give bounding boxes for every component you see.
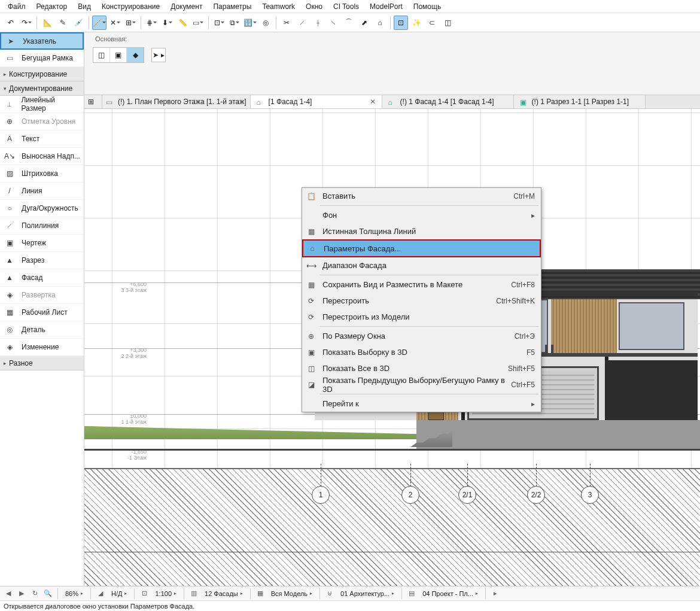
view-tab[interactable]: ⌂[1 Фасад 1-4]✕ <box>251 95 382 108</box>
zoom-value[interactable]: 86% <box>63 590 86 597</box>
scale-icon: ⊡ <box>139 589 149 598</box>
coord-button[interactable]: ⊞ <box>123 16 138 30</box>
model-value[interactable]: Вся Модель <box>269 590 315 597</box>
nav-fwd-icon[interactable]: ▶ <box>17 589 26 598</box>
tool-drawing[interactable]: ▣Чертеж <box>0 235 84 252</box>
close-icon[interactable]: ✕ <box>370 98 376 106</box>
ctx-rebuild-m[interactable]: ⟳Перестроить из Модели <box>302 309 541 325</box>
stack-button[interactable]: ◫ <box>440 16 455 30</box>
measure-button[interactable]: 📐 <box>40 16 54 30</box>
ruler-button[interactable]: 📏 <box>175 16 190 30</box>
tool-label[interactable]: A↘Выносная Надп... <box>0 148 84 165</box>
menu-view[interactable]: Вид <box>72 1 96 13</box>
tool-poly[interactable]: ⟋Полилиния <box>0 217 84 235</box>
more-right-icon[interactable]: ▸ <box>491 589 500 598</box>
layer-value[interactable]: 01 Архитектур... <box>338 590 397 597</box>
angle-value[interactable]: Н/Д <box>109 590 129 597</box>
fillet-button[interactable]: ⌒ <box>342 16 356 30</box>
cloud-button[interactable]: ⊂ <box>425 16 439 30</box>
tool-line[interactable]: /Линия <box>0 183 84 200</box>
geom-btn-2[interactable]: ▣ <box>110 48 127 62</box>
view-value[interactable]: 12 Фасады <box>202 590 245 597</box>
tool-dim[interactable]: ⟂Линейный Размер <box>0 96 84 113</box>
gravity-button[interactable]: ⬇ <box>160 16 174 30</box>
home-button[interactable]: ⌂ <box>373 16 387 30</box>
menu-design[interactable]: Конструирование <box>96 1 165 13</box>
ctx-range[interactable]: ⟷Диапазон Фасада <box>302 257 541 273</box>
view-tab[interactable]: ▣(!) 1 Разрез 1-1 [1 Разрез 1-1] <box>514 95 646 108</box>
resize-button[interactable]: ⬈ <box>357 16 372 30</box>
eyedrop-button[interactable]: ✎ <box>56 16 70 30</box>
menu-citools[interactable]: CI Tools <box>328 1 364 13</box>
project-value[interactable]: 04 Проект - Пл... <box>420 590 480 597</box>
ctx-shortcut: Ctrl+F5 <box>511 381 535 389</box>
ctx-item[interactable]: Перейти к <box>302 396 541 412</box>
sub-arrow-button[interactable]: ➤ ▸ <box>151 48 166 62</box>
snap-point-button[interactable]: ✕ <box>108 16 122 30</box>
tool-elev[interactable]: ▲Фасад <box>0 269 84 287</box>
menu-edit[interactable]: Редактор <box>31 1 73 13</box>
view-tab[interactable]: ⌂(!) 1 Фасад 1-4 [1 Фасад 1-4] <box>382 95 514 108</box>
tool-worksheet[interactable]: ▦Рабочий Лист <box>0 304 84 321</box>
ctx-lines[interactable]: ▦Истинная Толщина Линий <box>302 223 541 239</box>
marquee-tool[interactable]: ▭ Бегущая Рамка <box>0 50 84 67</box>
ctx-item[interactable]: Фон <box>302 207 541 223</box>
tool-label: Линейный Размер <box>21 96 80 113</box>
detail-icon: ◎ <box>4 326 16 334</box>
scale-value[interactable]: 1:100 <box>153 590 179 597</box>
magic-button[interactable]: ✨ <box>409 16 424 30</box>
zoom-icon[interactable]: 🔍 <box>43 589 53 598</box>
document-section[interactable]: Документирование <box>0 81 84 96</box>
tool-interior[interactable]: ◈Развертка <box>0 287 84 304</box>
tool-label: Отметка Уровня <box>22 117 75 126</box>
meas-button[interactable]: 🔢 <box>243 16 257 30</box>
split-button[interactable]: ⟊ <box>311 16 325 30</box>
menu-help[interactable]: Помощь <box>408 1 446 13</box>
select-mode-button[interactable]: ⊡ <box>394 16 408 30</box>
tab-grid-button[interactable]: ⊞ <box>84 95 102 108</box>
guide-button[interactable] <box>92 16 106 30</box>
redo-button[interactable]: ↷ <box>19 16 34 30</box>
compass-button[interactable]: ◎ <box>258 16 273 30</box>
ctx-paste[interactable]: 📋ВставитьCtrl+M <box>302 188 541 204</box>
nav-back-icon[interactable]: ◀ <box>4 589 13 598</box>
tool-text[interactable]: AТекст <box>0 130 84 148</box>
menu-file[interactable]: Файл <box>2 1 31 13</box>
nav-home-icon[interactable]: ↻ <box>30 589 39 598</box>
geom-btn-3[interactable]: ◆ <box>127 48 144 62</box>
ctx-rebuild[interactable]: ⟳ПерестроитьCtrl+Shift+K <box>302 293 541 309</box>
misc-section[interactable]: Разное <box>0 356 84 370</box>
ctx-elev-set[interactable]: ⌂Параметры Фасада... <box>302 239 541 257</box>
intersect-button[interactable]: ⟍ <box>326 16 340 30</box>
adjust-button[interactable]: ⟋ <box>295 16 309 30</box>
ctx-3d-prev[interactable]: ◪Показать Предыдущую Выборку/Бегущую Рам… <box>302 376 541 393</box>
pointer-tool[interactable]: ➤ Указатель <box>0 32 84 50</box>
ctx-3d-sel[interactable]: ▣Показать Выборку в 3DF5 <box>302 344 541 360</box>
menu-modelport[interactable]: ModelPort <box>364 1 408 13</box>
inject-button[interactable]: 💉 <box>71 16 86 30</box>
ctx-shortcut: Ctrl+Э <box>515 332 535 341</box>
menu-teamwork[interactable]: Teamwork <box>257 1 300 13</box>
tool-change[interactable]: ◈Изменение <box>0 339 84 356</box>
tool-hatch[interactable]: ▨Штриховка <box>0 165 84 183</box>
tool-detail[interactable]: ◎Деталь <box>0 321 84 339</box>
grid-button[interactable]: ⋕ <box>144 16 159 30</box>
tool-level[interactable]: ⊕Отметка Уровня <box>0 113 84 130</box>
undo-button[interactable]: ↶ <box>4 16 18 30</box>
tool-section[interactable]: ▲Разрез <box>0 252 84 269</box>
ctx-fit[interactable]: ⊕По Размеру ОкнаCtrl+Э <box>302 328 541 344</box>
group-button[interactable]: ⧉ <box>227 16 242 30</box>
ctx-save[interactable]: ▦Сохранить Вид и Разместить в МакетеCtrl… <box>302 276 541 293</box>
menu-options[interactable]: Параметры <box>208 1 257 13</box>
menu-window[interactable]: Окно <box>300 1 328 13</box>
trace-button[interactable]: ▭ <box>191 16 205 30</box>
dim-icon: ⟂ <box>4 100 15 108</box>
cut-button[interactable]: ✂ <box>279 16 294 30</box>
construct-section[interactable]: Конструирование <box>0 67 84 81</box>
view-tab[interactable]: ▭(!) 1. План Первого Этажа [1. 1-й этаж] <box>102 95 251 108</box>
show-hide-button[interactable]: ⊡ <box>212 16 226 30</box>
geom-btn-1[interactable]: ◫ <box>93 48 110 62</box>
ctx-3d-all[interactable]: ◫Показать Все в 3DShift+F5 <box>302 360 541 376</box>
menu-document[interactable]: Документ <box>165 1 208 13</box>
tool-arc[interactable]: ○Дуга/Окружность <box>0 200 84 217</box>
